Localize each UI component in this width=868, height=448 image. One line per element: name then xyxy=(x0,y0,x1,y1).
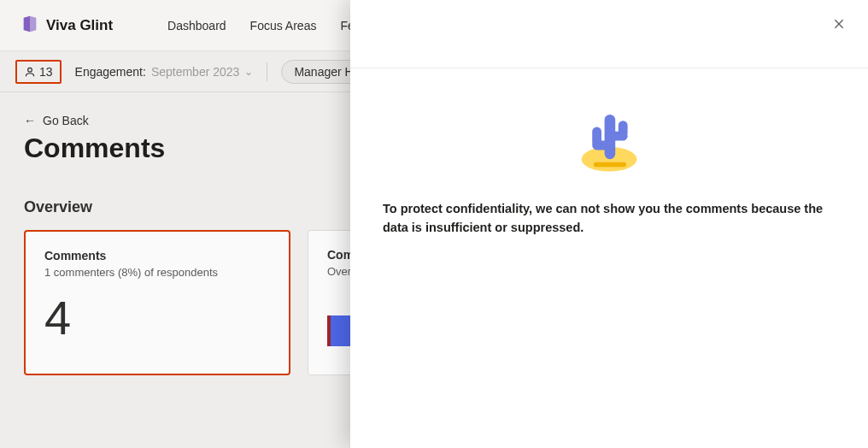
engagement-period: September 2023 xyxy=(151,65,240,79)
svg-rect-7 xyxy=(594,162,626,167)
card-comments-subline: 1 commenters (8%) of respondents xyxy=(44,266,270,279)
card-comments[interactable]: Comments 1 commenters (8%) of respondent… xyxy=(24,230,290,375)
close-button[interactable] xyxy=(827,12,851,36)
svg-rect-6 xyxy=(611,132,628,141)
brand: Viva Glint xyxy=(21,15,113,37)
person-icon xyxy=(24,66,36,78)
respondent-count-badge[interactable]: 13 xyxy=(15,60,62,84)
engagement-label: Engagement: xyxy=(75,65,146,79)
vertical-divider xyxy=(267,62,267,81)
go-back-label: Go Back xyxy=(43,114,89,127)
side-panel: To protect confidentiality, we can not s… xyxy=(350,0,868,448)
close-icon xyxy=(832,17,846,31)
side-panel-body: To protect confidentiality, we can not s… xyxy=(350,68,868,238)
card-comments-title: Comments xyxy=(44,249,270,262)
confidentiality-message: To protect confidentiality, we can not s… xyxy=(383,200,836,238)
arrow-left-icon: ← xyxy=(24,114,36,127)
go-back-link[interactable]: ← Go Back xyxy=(24,114,89,127)
brand-logo-icon xyxy=(21,15,39,37)
card-comments-value: 4 xyxy=(44,294,270,342)
respondent-count-value: 13 xyxy=(39,65,53,79)
nav-focus-areas[interactable]: Focus Areas xyxy=(250,19,317,32)
engagement-selector[interactable]: Engagement: September 2023 ⌄ xyxy=(75,65,254,79)
svg-rect-4 xyxy=(592,141,609,150)
svg-point-0 xyxy=(28,68,32,72)
brand-name: Viva Glint xyxy=(46,17,113,34)
side-panel-header xyxy=(350,0,868,68)
empty-state-illustration xyxy=(383,99,836,176)
chevron-down-icon: ⌄ xyxy=(244,66,253,78)
cactus-icon xyxy=(571,99,648,176)
top-nav: Dashboard Focus Areas Feed xyxy=(167,19,367,32)
nav-dashboard[interactable]: Dashboard xyxy=(167,19,226,32)
